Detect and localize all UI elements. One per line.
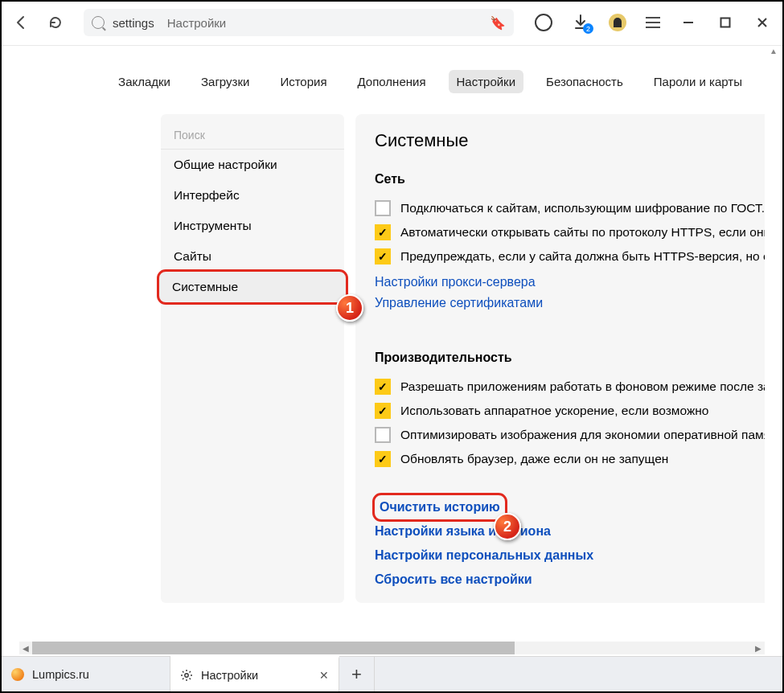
checkbox-icon[interactable]: [375, 200, 391, 216]
nav-downloads[interactable]: Загрузки: [193, 70, 257, 93]
link-proxy-settings[interactable]: Настройки прокси-сервера: [375, 272, 745, 293]
address-bar[interactable]: settings Настройки 🔖: [84, 9, 514, 36]
svg-line-6: [183, 671, 184, 673]
nav-settings[interactable]: Настройки: [449, 70, 524, 93]
toolbar-right: 2: [535, 14, 771, 31]
svg-point-1: [185, 673, 188, 676]
extension-icon[interactable]: [609, 14, 626, 31]
window-maximize-button[interactable]: [716, 14, 734, 31]
opt-label: Оптимизировать изображения для экономии …: [400, 428, 765, 442]
nav-security[interactable]: Безопасность: [538, 70, 631, 93]
back-button[interactable]: [13, 14, 31, 31]
sidebar-search-input[interactable]: Поиск: [161, 121, 344, 150]
minimize-icon: [683, 17, 694, 28]
reload-icon: [47, 14, 64, 31]
favicon-lumpics-icon: [11, 668, 24, 681]
action-links: Очистить историю Настройки языка и регио…: [375, 495, 745, 592]
sidebar-item-interface[interactable]: Интерфейс: [161, 180, 344, 211]
arrow-left-icon: [14, 14, 30, 31]
nav-addons[interactable]: Дополнения: [350, 70, 434, 93]
opt-label: Использовать аппаратное ускорение, если …: [400, 404, 708, 418]
tab-lumpics[interactable]: Lumpics.ru: [2, 657, 170, 691]
callout-badge-1: 1: [336, 294, 363, 322]
address-primary: settings: [113, 16, 154, 30]
download-badge: 2: [583, 23, 593, 34]
sidebar-item-general[interactable]: Общие настройки: [161, 150, 344, 180]
window-minimize-button[interactable]: [679, 14, 697, 31]
callout-badge-2: 2: [494, 513, 521, 540]
page-title: Системные: [375, 130, 745, 151]
tab-strip: Lumpics.ru Настройки ✕ +: [2, 656, 782, 691]
opt-hw-accel[interactable]: Использовать аппаратное ускорение, если …: [375, 399, 745, 423]
opt-label: Предупреждать, если у сайта должна быть …: [400, 249, 765, 264]
settings-body: Поиск Общие настройки Интерфейс Инструме…: [2, 114, 782, 603]
scrollbar-thumb[interactable]: [32, 642, 515, 654]
section-network-title: Сеть: [375, 172, 745, 187]
link-personal-data[interactable]: Настройки персональных данных: [375, 543, 745, 568]
browser-toolbar: settings Настройки 🔖 2: [2, 2, 782, 43]
opt-background-apps[interactable]: Разрешать приложениям работать в фоновом…: [375, 375, 745, 399]
window-close-button[interactable]: [753, 14, 771, 31]
checkbox-checked-icon[interactable]: [375, 379, 391, 395]
svg-rect-0: [721, 18, 730, 27]
link-certificates[interactable]: Управление сертификатами: [375, 293, 745, 314]
opt-https-auto[interactable]: Автоматически открывать сайты по протоко…: [375, 220, 745, 244]
nav-history[interactable]: История: [272, 70, 335, 93]
downloads-button[interactable]: 2: [572, 14, 589, 31]
sidebar-search-placeholder: Поиск: [174, 129, 205, 141]
reload-button[interactable]: [47, 14, 64, 31]
new-tab-button[interactable]: +: [339, 657, 375, 692]
opt-label: Подключаться к сайтам, использующим шифр…: [400, 201, 765, 215]
checkbox-checked-icon[interactable]: [375, 248, 391, 264]
nav-passwords-cards[interactable]: Пароли и карты: [646, 70, 750, 93]
sidebar-item-sites[interactable]: Сайты: [161, 241, 344, 272]
opt-label: Обновлять браузер, даже если он не запущ…: [400, 452, 668, 466]
tab-title: Настройки: [201, 669, 258, 682]
address-secondary: Настройки: [167, 16, 227, 30]
checkbox-checked-icon[interactable]: [375, 403, 391, 419]
opt-optimize-images[interactable]: Оптимизировать изображения для экономии …: [375, 423, 745, 447]
settings-content: Системные Сеть Подключаться к сайтам, ис…: [355, 114, 765, 603]
scroll-up-arrow-icon[interactable]: ▲: [770, 47, 778, 55]
yandex-home-icon[interactable]: [535, 14, 552, 31]
tab-settings[interactable]: Настройки ✕: [170, 656, 339, 691]
sidebar-item-tools[interactable]: Инструменты: [161, 211, 344, 241]
maximize-icon: [720, 17, 731, 28]
sidebar-item-system[interactable]: Системные: [159, 272, 346, 302]
opt-update-browser[interactable]: Обновлять браузер, даже если он не запущ…: [375, 447, 745, 471]
checkbox-icon[interactable]: [375, 427, 391, 443]
tab-title: Lumpics.ru: [32, 668, 89, 681]
checkbox-checked-icon[interactable]: [375, 224, 391, 240]
svg-line-7: [190, 678, 191, 679]
opt-label: Разрешать приложениям работать в фоновом…: [400, 379, 765, 394]
scrollbar-track[interactable]: [32, 642, 752, 654]
highlight-clear-history: Очистить историю: [375, 495, 505, 519]
opt-label: Автоматически открывать сайты по протоко…: [400, 225, 765, 240]
opt-gost[interactable]: Подключаться к сайтам, использующим шифр…: [375, 196, 745, 220]
menu-button[interactable]: [646, 17, 660, 28]
scroll-left-icon[interactable]: ◀: [19, 642, 32, 654]
checkbox-checked-icon[interactable]: [375, 451, 391, 467]
settings-nav: Закладки Загрузки История Дополнения Нас…: [2, 46, 782, 114]
horizontal-scrollbar[interactable]: ◀ ▶: [19, 642, 765, 654]
scroll-right-icon[interactable]: ▶: [752, 642, 765, 654]
link-language-region[interactable]: Настройки языка и региона: [375, 519, 745, 543]
nav-bookmarks[interactable]: Закладки: [110, 70, 179, 93]
search-icon: [92, 16, 105, 29]
link-clear-history[interactable]: Очистить историю: [380, 495, 500, 519]
settings-sidebar: Поиск Общие настройки Интерфейс Инструме…: [161, 114, 344, 603]
network-links: Настройки прокси-сервера Управление серт…: [375, 272, 745, 314]
link-reset-settings[interactable]: Сбросить все настройки: [375, 568, 745, 592]
gear-icon: [180, 669, 193, 682]
svg-line-9: [190, 671, 191, 673]
bookmark-icon[interactable]: 🔖: [490, 15, 506, 31]
opt-https-warn[interactable]: Предупреждать, если у сайта должна быть …: [375, 244, 745, 269]
tab-close-button[interactable]: ✕: [319, 669, 329, 682]
section-performance-title: Производительность: [375, 351, 745, 365]
close-icon: [757, 17, 768, 28]
svg-line-8: [183, 678, 184, 679]
